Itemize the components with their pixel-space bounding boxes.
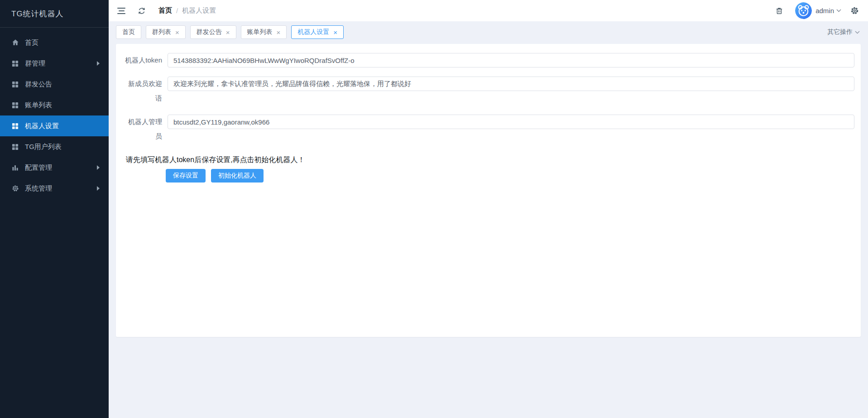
breadcrumb-current: 机器人设置 [182, 6, 216, 15]
sidebar-item-label: 群管理 [25, 59, 97, 68]
setup-hint-text: 请先填写机器人token后保存设置,再点击初始化机器人！ [126, 155, 854, 165]
tab-label: 账单列表 [247, 28, 273, 36]
more-actions-dropdown[interactable]: 其它操作 [827, 28, 860, 36]
tab-label: 首页 [122, 28, 135, 36]
username: admin [815, 7, 834, 14]
robot-settings-card: 机器人token 新成员欢迎语 机器人管理员 [116, 44, 861, 337]
sidebar-item-tg-user-list[interactable]: TG用户列表 [0, 136, 109, 157]
chevron-right-icon [97, 61, 100, 66]
grid-icon [11, 81, 19, 88]
gear-icon [11, 185, 19, 192]
sidebar-item-label: 机器人设置 [25, 122, 100, 130]
close-icon[interactable]: × [226, 29, 230, 36]
sidebar: TG统计机器人 首页 群管理 群发公告 [0, 0, 109, 418]
init-robot-button[interactable]: 初始化机器人 [211, 169, 264, 183]
sidebar-item-home[interactable]: 首页 [0, 32, 109, 53]
welcome-message-input[interactable] [168, 77, 854, 91]
content-area: 机器人token 新成员欢迎语 机器人管理员 [109, 43, 868, 418]
refresh-icon[interactable] [138, 7, 146, 15]
breadcrumb-separator: / [176, 7, 178, 14]
chevron-right-icon [97, 165, 100, 170]
sidebar-item-label: 群发公告 [25, 80, 100, 89]
form-row-token: 机器人token [125, 53, 854, 67]
sidebar-item-label: 首页 [25, 38, 100, 47]
form-row-admins: 机器人管理员 [125, 115, 854, 144]
app-window: TG统计机器人 首页 群管理 群发公告 [0, 0, 868, 418]
sidebar-item-system-management[interactable]: 系统管理 [0, 178, 109, 199]
form-actions: 保存设置 初始化机器人 [125, 169, 854, 183]
home-icon [11, 39, 19, 47]
tab-bill-list[interactable]: 账单列表 × [241, 25, 287, 39]
sidebar-item-robot-settings[interactable]: 机器人设置 [0, 115, 109, 136]
close-icon[interactable]: × [333, 29, 337, 36]
sidebar-item-label: 系统管理 [25, 184, 97, 193]
chevron-down-icon [836, 9, 841, 12]
welcome-field-label: 新成员欢迎语 [125, 77, 162, 106]
grid-icon [11, 122, 19, 130]
tab-label: 群发公告 [197, 28, 222, 36]
trash-icon[interactable] [775, 7, 783, 15]
bar-chart-icon [11, 164, 19, 172]
more-actions-label: 其它操作 [827, 28, 853, 36]
chevron-down-icon [855, 31, 860, 34]
save-settings-button[interactable]: 保存设置 [166, 169, 206, 183]
form-row-welcome: 新成员欢迎语 [125, 77, 854, 106]
tab-label: 机器人设置 [297, 28, 329, 36]
user-menu[interactable]: admin [815, 7, 841, 14]
chevron-right-icon [97, 186, 100, 191]
tab-label: 群列表 [152, 28, 171, 36]
admins-field-label: 机器人管理员 [125, 115, 162, 144]
breadcrumb: 首页 / 机器人设置 [158, 6, 216, 15]
tab-broadcast[interactable]: 群发公告 × [190, 25, 236, 39]
tabs-bar: 首页 群列表 × 群发公告 × 账单列表 × 机器人设置 × [109, 21, 868, 43]
token-field-label: 机器人token [125, 53, 162, 67]
tab-robot-settings[interactable]: 机器人设置 × [291, 25, 344, 39]
collapse-sidebar-icon[interactable] [117, 7, 126, 14]
sidebar-item-label: 账单列表 [25, 101, 100, 110]
grid-icon [11, 101, 19, 109]
settings-gear-icon[interactable] [850, 6, 859, 15]
tab-group-list[interactable]: 群列表 × [146, 25, 186, 39]
robot-admins-input[interactable] [168, 115, 854, 129]
sidebar-item-label: 配置管理 [25, 163, 97, 172]
sidebar-item-broadcast[interactable]: 群发公告 [0, 74, 109, 95]
avatar[interactable] [795, 2, 812, 19]
sidebar-item-label: TG用户列表 [25, 143, 100, 151]
sidebar-item-config-management[interactable]: 配置管理 [0, 157, 109, 178]
tab-home[interactable]: 首页 [116, 25, 141, 39]
topbar: 首页 / 机器人设置 [109, 0, 868, 21]
token-input[interactable] [168, 53, 854, 67]
sidebar-item-bill-list[interactable]: 账单列表 [0, 95, 109, 115]
close-icon[interactable]: × [175, 29, 179, 36]
breadcrumb-home[interactable]: 首页 [158, 6, 172, 15]
sidebar-menu: 首页 群管理 群发公告 账单列表 [0, 28, 109, 199]
grid-icon [11, 143, 19, 151]
sidebar-item-group-management[interactable]: 群管理 [0, 53, 109, 74]
grid-icon [11, 60, 19, 67]
close-icon[interactable]: × [277, 29, 281, 36]
app-title: TG统计机器人 [0, 0, 109, 28]
